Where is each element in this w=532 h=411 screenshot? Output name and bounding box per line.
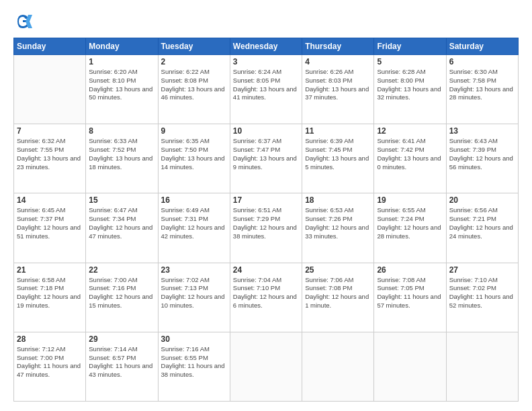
day-cell: 3Sunrise: 6:24 AMSunset: 8:05 PMDaylight… [230,55,302,124]
day-number: 19 [377,195,443,205]
day-info: Sunrise: 6:41 AMSunset: 7:42 PMDaylight:… [377,137,443,171]
day-info: Sunrise: 6:56 AMSunset: 7:21 PMDaylight:… [449,206,515,240]
day-number: 14 [17,195,83,205]
day-info: Sunrise: 7:14 AMSunset: 6:57 PMDaylight:… [89,345,154,379]
day-cell: 15Sunrise: 6:47 AMSunset: 7:34 PMDayligh… [86,193,158,263]
day-number: 29 [89,334,154,344]
day-number: 5 [377,57,443,66]
day-number: 7 [17,126,83,136]
page: SundayMondayTuesdayWednesdayThursdayFrid… [0,0,532,411]
day-cell [230,332,302,401]
day-number: 4 [305,57,371,66]
day-cell: 24Sunrise: 7:04 AMSunset: 7:10 PMDayligh… [230,263,302,332]
day-info: Sunrise: 6:43 AMSunset: 7:39 PMDaylight:… [449,137,515,171]
day-number: 28 [17,334,83,344]
day-info: Sunrise: 6:35 AMSunset: 7:50 PMDaylight:… [161,137,227,171]
weekday-header-tuesday: Tuesday [158,38,230,55]
day-number: 10 [233,126,299,136]
day-info: Sunrise: 7:02 AMSunset: 7:13 PMDaylight:… [161,276,227,310]
day-cell: 27Sunrise: 7:10 AMSunset: 7:02 PMDayligh… [446,263,518,332]
day-info: Sunrise: 6:33 AMSunset: 7:52 PMDaylight:… [89,137,154,171]
day-info: Sunrise: 7:12 AMSunset: 7:00 PMDaylight:… [17,345,83,379]
day-cell: 23Sunrise: 7:02 AMSunset: 7:13 PMDayligh… [158,263,230,332]
day-cell: 2Sunrise: 6:22 AMSunset: 8:08 PMDaylight… [158,55,230,124]
logo [13,12,35,31]
week-row-1: 1Sunrise: 6:20 AMSunset: 8:10 PMDaylight… [14,55,519,124]
day-cell [14,55,86,124]
day-number: 15 [89,195,154,205]
weekday-header-monday: Monday [86,38,158,55]
day-info: Sunrise: 7:08 AMSunset: 7:05 PMDaylight:… [377,276,443,310]
day-number: 16 [161,195,227,205]
day-info: Sunrise: 7:00 AMSunset: 7:16 PMDaylight:… [89,276,154,310]
day-info: Sunrise: 7:04 AMSunset: 7:10 PMDaylight:… [233,276,299,310]
day-info: Sunrise: 7:16 AMSunset: 6:55 PMDaylight:… [161,345,227,379]
day-number: 26 [377,265,443,275]
day-number: 12 [377,126,443,136]
day-info: Sunrise: 6:58 AMSunset: 7:18 PMDaylight:… [17,276,83,310]
day-cell: 30Sunrise: 7:16 AMSunset: 6:55 PMDayligh… [158,332,230,401]
day-number: 2 [161,57,227,66]
day-info: Sunrise: 6:37 AMSunset: 7:47 PMDaylight:… [233,137,299,171]
week-row-5: 28Sunrise: 7:12 AMSunset: 7:00 PMDayligh… [14,332,519,401]
day-cell [446,332,518,401]
day-number: 25 [305,265,371,275]
day-info: Sunrise: 6:22 AMSunset: 8:08 PMDaylight:… [161,68,227,102]
day-cell: 5Sunrise: 6:28 AMSunset: 8:00 PMDaylight… [374,55,446,124]
day-cell: 11Sunrise: 6:39 AMSunset: 7:45 PMDayligh… [302,124,374,193]
weekday-header-saturday: Saturday [446,38,518,55]
day-cell: 20Sunrise: 6:56 AMSunset: 7:21 PMDayligh… [446,193,518,263]
day-cell: 8Sunrise: 6:33 AMSunset: 7:52 PMDaylight… [86,124,158,193]
day-info: Sunrise: 6:49 AMSunset: 7:31 PMDaylight:… [161,206,227,240]
day-cell: 6Sunrise: 6:30 AMSunset: 7:58 PMDaylight… [446,55,518,124]
day-number: 13 [449,126,515,136]
week-row-3: 14Sunrise: 6:45 AMSunset: 7:37 PMDayligh… [14,193,519,263]
weekday-header-thursday: Thursday [302,38,374,55]
day-info: Sunrise: 7:06 AMSunset: 7:08 PMDaylight:… [305,276,371,310]
day-number: 30 [161,334,227,344]
day-cell: 21Sunrise: 6:58 AMSunset: 7:18 PMDayligh… [14,263,86,332]
week-row-2: 7Sunrise: 6:32 AMSunset: 7:55 PMDaylight… [14,124,519,193]
weekday-header-wednesday: Wednesday [230,38,302,55]
day-cell: 28Sunrise: 7:12 AMSunset: 7:00 PMDayligh… [14,332,86,401]
day-cell: 17Sunrise: 6:51 AMSunset: 7:29 PMDayligh… [230,193,302,263]
day-info: Sunrise: 6:20 AMSunset: 8:10 PMDaylight:… [89,68,154,102]
day-cell: 16Sunrise: 6:49 AMSunset: 7:31 PMDayligh… [158,193,230,263]
day-number: 8 [89,126,154,136]
day-info: Sunrise: 6:39 AMSunset: 7:45 PMDaylight:… [305,137,371,171]
day-info: Sunrise: 6:53 AMSunset: 7:26 PMDaylight:… [305,206,371,240]
day-info: Sunrise: 6:28 AMSunset: 8:00 PMDaylight:… [377,68,443,102]
day-info: Sunrise: 6:55 AMSunset: 7:24 PMDaylight:… [377,206,443,240]
week-row-4: 21Sunrise: 6:58 AMSunset: 7:18 PMDayligh… [14,263,519,332]
day-cell: 1Sunrise: 6:20 AMSunset: 8:10 PMDaylight… [86,55,158,124]
day-cell: 7Sunrise: 6:32 AMSunset: 7:55 PMDaylight… [14,124,86,193]
day-number: 9 [161,126,227,136]
day-cell: 14Sunrise: 6:45 AMSunset: 7:37 PMDayligh… [14,193,86,263]
weekday-header-friday: Friday [374,38,446,55]
day-cell: 25Sunrise: 7:06 AMSunset: 7:08 PMDayligh… [302,263,374,332]
calendar-table: SundayMondayTuesdayWednesdayThursdayFrid… [13,38,519,402]
day-cell: 4Sunrise: 6:26 AMSunset: 8:03 PMDaylight… [302,55,374,124]
day-number: 6 [449,57,515,66]
day-cell: 12Sunrise: 6:41 AMSunset: 7:42 PMDayligh… [374,124,446,193]
day-cell: 18Sunrise: 6:53 AMSunset: 7:26 PMDayligh… [302,193,374,263]
weekday-header-sunday: Sunday [14,38,86,55]
day-info: Sunrise: 6:32 AMSunset: 7:55 PMDaylight:… [17,137,83,171]
day-info: Sunrise: 6:47 AMSunset: 7:34 PMDaylight:… [89,206,154,240]
day-cell [374,332,446,401]
day-info: Sunrise: 6:26 AMSunset: 8:03 PMDaylight:… [305,68,371,102]
day-cell: 29Sunrise: 7:14 AMSunset: 6:57 PMDayligh… [86,332,158,401]
day-info: Sunrise: 6:24 AMSunset: 8:05 PMDaylight:… [233,68,299,102]
day-cell: 10Sunrise: 6:37 AMSunset: 7:47 PMDayligh… [230,124,302,193]
day-number: 18 [305,195,371,205]
day-number: 24 [233,265,299,275]
day-cell: 26Sunrise: 7:08 AMSunset: 7:05 PMDayligh… [374,263,446,332]
day-number: 17 [233,195,299,205]
logo-icon [13,12,32,31]
header [13,12,519,31]
day-cell: 13Sunrise: 6:43 AMSunset: 7:39 PMDayligh… [446,124,518,193]
day-number: 21 [17,265,83,275]
weekday-header-row: SundayMondayTuesdayWednesdayThursdayFrid… [14,38,519,55]
day-number: 1 [89,57,154,66]
day-info: Sunrise: 6:30 AMSunset: 7:58 PMDaylight:… [449,68,515,102]
